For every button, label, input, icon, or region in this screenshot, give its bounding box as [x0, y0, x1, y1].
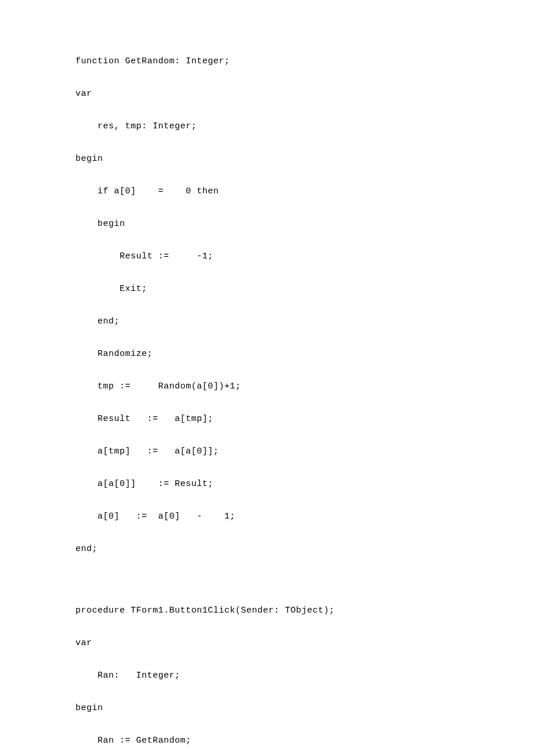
code-line: end; [75, 315, 467, 327]
code-line: var [75, 88, 467, 100]
code-line: function GetRandom: Integer; [75, 55, 467, 67]
code-line: var [75, 637, 467, 649]
code-line: a[0] := a[0] - 1; [75, 510, 467, 523]
code-line: begin [75, 218, 467, 230]
blank-line [75, 575, 467, 596]
code-line: a[tmp] := a[a[0]]; [75, 445, 467, 458]
code-line: Ran: Integer; [75, 669, 467, 682]
code-line: tmp := Random(a[0])+1; [75, 380, 467, 393]
code-line: Result := -1; [75, 250, 467, 262]
code-document: function GetRandom: Integer; var res, tm… [0, 0, 534, 756]
code-line: begin [75, 702, 467, 714]
code-line: begin [75, 153, 467, 165]
code-line: Result := a[tmp]; [75, 413, 467, 425]
code-line: procedure TForm1.Button1Click(Sender: TO… [75, 604, 467, 617]
code-line: if a[0] = 0 then [75, 185, 467, 197]
code-line: Exit; [75, 283, 467, 295]
code-line: Ran := GetRandom; [75, 735, 467, 747]
code-line: res, tmp: Integer; [75, 120, 467, 132]
code-line: end; [75, 543, 467, 555]
code-line: Randomize; [75, 348, 467, 360]
code-line: a[a[0]] := Result; [75, 478, 467, 490]
